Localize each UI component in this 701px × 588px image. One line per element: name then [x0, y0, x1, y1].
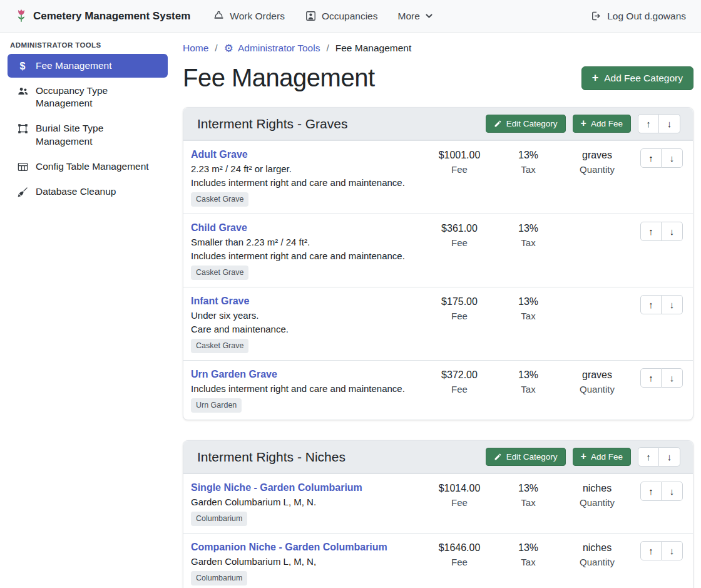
- fee-tax-label: Tax: [494, 383, 563, 396]
- sidebar-item-fee-management[interactable]: $ Fee Management: [8, 54, 168, 78]
- move-fee-up-button[interactable]: ↑: [640, 222, 662, 241]
- app-title: Cemetery Management System: [33, 10, 190, 23]
- move-fee-up-button[interactable]: ↑: [640, 148, 662, 168]
- fee-name-link[interactable]: Child Grave: [191, 221, 247, 235]
- fee-amount: $361.00: [425, 222, 494, 235]
- arrow-up-icon: ↑: [648, 299, 653, 310]
- fee-tax: 13%: [494, 295, 563, 308]
- fee-tax: 13%: [494, 222, 563, 235]
- fee-type-badge: Columbarium: [191, 571, 247, 585]
- nav-item-occupancies[interactable]: Occupancies: [296, 5, 387, 27]
- sidebar-item-label: Config Table Management: [36, 160, 149, 173]
- move-fee-up-button[interactable]: ↑: [640, 541, 662, 560]
- fee-amount: $175.00: [425, 295, 494, 308]
- fee-tax-col: 13% Tax: [494, 481, 563, 509]
- add-fee-button[interactable]: + Add Fee: [573, 448, 631, 466]
- app-brand[interactable]: Cemetery Management System: [15, 8, 190, 24]
- sidebar-heading: ADMINISTRATOR TOOLS: [10, 41, 165, 49]
- breadcrumb-admin-tools-link[interactable]: ⚙ Administrator Tools: [224, 43, 320, 54]
- move-fee-up-button[interactable]: ↑: [640, 295, 662, 314]
- fee-name-link[interactable]: Infant Grave: [191, 294, 249, 308]
- fee-description: Includes interment right and care and ma…: [191, 177, 420, 189]
- add-fee-button[interactable]: + Add Fee: [573, 115, 631, 133]
- move-fee-down-button[interactable]: ↓: [662, 295, 683, 314]
- fee-description: Under six years.: [191, 309, 420, 322]
- nav-item-label: Work Orders: [230, 11, 285, 22]
- fee-quantity-col: [563, 294, 632, 295]
- fee-amount-col: $175.00 Fee: [425, 294, 494, 322]
- move-category-down-button[interactable]: ↓: [659, 114, 680, 133]
- move-fee-up-button[interactable]: ↑: [640, 482, 662, 501]
- move-category-down-button[interactable]: ↓: [659, 447, 680, 467]
- fee-tax-label: Tax: [494, 310, 563, 322]
- arrow-up-icon: ↑: [648, 153, 653, 163]
- fee-reorder-group: ↑ ↓: [632, 148, 683, 168]
- move-fee-down-button[interactable]: ↓: [662, 482, 683, 501]
- fee-row: Urn Garden Grave Includes interment righ…: [183, 360, 693, 420]
- sidebar-item-config-table-management[interactable]: Config Table Management: [8, 155, 168, 178]
- fee-type-badge: Urn Garden: [191, 398, 242, 413]
- move-fee-down-button[interactable]: ↓: [662, 222, 683, 241]
- fee-quantity: graves: [563, 368, 632, 381]
- fee-description: Smaller than 2.23 m² / 24 ft².: [191, 236, 420, 249]
- fee-amount-label: Fee: [425, 556, 494, 569]
- fee-name-link[interactable]: Urn Garden Grave: [191, 368, 277, 381]
- edit-category-button[interactable]: Edit Category: [486, 448, 566, 466]
- fee-quantity: graves: [563, 148, 632, 162]
- fee-description: Garden Columbarium L, M, N.: [191, 496, 420, 508]
- fee-tax-col: 13% Tax: [494, 368, 563, 396]
- fee-amount-label: Fee: [425, 163, 494, 176]
- sidebar-item-occupancy-type-management[interactable]: Occupancy Type Management: [8, 79, 168, 115]
- fee-tax-label: Tax: [494, 556, 563, 569]
- dollar-icon: $: [16, 60, 29, 72]
- fee-tax-label: Tax: [494, 237, 563, 249]
- fee-row: Infant Grave Under six years. Care and m…: [183, 287, 693, 360]
- fee-type-badge: Columbarium: [191, 512, 247, 526]
- move-fee-down-button[interactable]: ↓: [662, 368, 683, 388]
- nav-item-work-orders[interactable]: Work Orders: [204, 5, 294, 27]
- fee-description: Care and maintenance.: [191, 323, 420, 336]
- arrow-up-icon: ↑: [646, 118, 651, 129]
- fee-tax: 13%: [494, 148, 563, 162]
- fee-tax-label: Tax: [494, 163, 563, 176]
- fee-quantity-col: [563, 221, 632, 222]
- chevron-down-icon: [425, 12, 433, 20]
- fee-description: Includes interment right and care and ma…: [191, 250, 420, 262]
- fee-reorder-group: ↑ ↓: [632, 368, 683, 388]
- breadcrumb-separator: /: [215, 43, 217, 54]
- breadcrumb-home-link[interactable]: Home: [183, 43, 208, 54]
- fee-description: Includes interment right and care and ma…: [191, 383, 420, 395]
- sidebar-item-database-cleanup[interactable]: Database Cleanup: [8, 180, 168, 204]
- fee-quantity: niches: [563, 482, 632, 495]
- fee-reorder-group: ↑ ↓: [632, 221, 683, 241]
- nav-item-more[interactable]: More: [389, 6, 442, 27]
- add-fee-category-button[interactable]: + Add Fee Category: [581, 66, 693, 90]
- main-content: Home / ⚙ Administrator Tools / Fee Manag…: [175, 33, 701, 588]
- vector-square-icon: [16, 123, 29, 135]
- add-fee-category-label: Add Fee Category: [604, 73, 683, 84]
- move-category-up-button[interactable]: ↑: [638, 447, 659, 467]
- edit-category-button[interactable]: Edit Category: [486, 115, 566, 133]
- fee-row: Child Grave Smaller than 2.23 m² / 24 ft…: [183, 214, 693, 287]
- logout-link[interactable]: Log Out d.gowans: [590, 10, 686, 22]
- move-fee-down-button[interactable]: ↓: [662, 541, 683, 560]
- breadcrumb: Home / ⚙ Administrator Tools / Fee Manag…: [183, 43, 693, 54]
- fee-name-link[interactable]: Adult Grave: [191, 148, 248, 162]
- fee-amount: $1001.00: [425, 148, 494, 162]
- fee-amount: $1014.00: [425, 482, 494, 495]
- fee-name-link[interactable]: Single Niche - Garden Columbarium: [191, 481, 362, 495]
- move-fee-down-button[interactable]: ↓: [662, 148, 683, 168]
- arrow-up-icon: ↑: [648, 545, 653, 556]
- move-category-up-button[interactable]: ↑: [638, 114, 659, 133]
- move-fee-up-button[interactable]: ↑: [640, 368, 662, 388]
- arrow-down-icon: ↓: [670, 153, 675, 163]
- pencil-icon: [494, 453, 502, 461]
- fee-name-link[interactable]: Companion Niche - Garden Columbarium: [191, 540, 387, 554]
- category-title: Interment Rights - Graves: [197, 116, 479, 132]
- fee-amount-label: Fee: [425, 383, 494, 396]
- sidebar-item-burial-site-type-management[interactable]: Burial Site Type Management: [8, 116, 168, 153]
- fee-quantity-label: Quantity: [563, 163, 632, 176]
- fee-tax: 13%: [494, 368, 563, 381]
- add-fee-label: Add Fee: [591, 452, 623, 462]
- category-header: Interment Rights - Graves Edit Category …: [183, 108, 693, 140]
